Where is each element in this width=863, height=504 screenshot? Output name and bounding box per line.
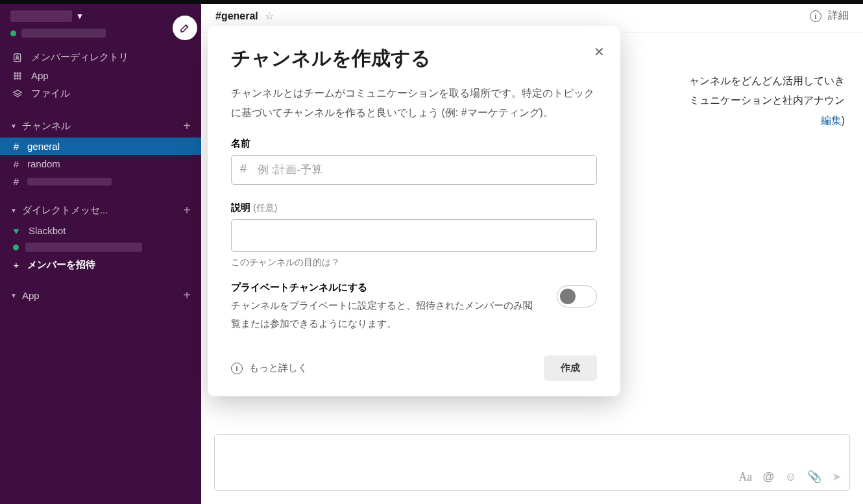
close-icon[interactable]: ✕ [594, 44, 605, 60]
desc-optional: (任意) [253, 202, 277, 213]
info-icon: i [231, 363, 243, 374]
name-input-wrap: # [231, 155, 597, 185]
modal-description: チャンネルとはチームがコミュニケーションを取る場所です。特定のトピックに基づいて… [231, 84, 597, 123]
modal-title: チャンネルを作成する [231, 45, 597, 72]
desc-label: 説明 (任意) [231, 202, 597, 214]
learn-more-link[interactable]: i もっと詳しく [231, 362, 308, 374]
window-top-bar [0, 0, 863, 4]
learn-more-label: もっと詳しく [249, 362, 308, 374]
hash-icon: # [240, 162, 247, 176]
private-toggle[interactable] [557, 285, 597, 307]
channel-desc-input[interactable] [231, 219, 597, 252]
toggle-knob [560, 289, 576, 304]
create-channel-modal: ✕ チャンネルを作成する チャンネルとはチームがコミュニケーションを取る場所です… [208, 26, 620, 396]
desc-label-text: 説明 [231, 202, 250, 213]
private-text: プライベートチャンネルにする チャンネルをプライベートに設定すると、招待されたメ… [231, 282, 541, 333]
private-sub: チャンネルをプライベートに設定すると、招待されたメンバーのみ閲覧または参加できる… [231, 296, 541, 333]
desc-helper: このチャンネルの目的は？ [231, 257, 597, 269]
private-row: プライベートチャンネルにする チャンネルをプライベートに設定すると、招待されたメ… [231, 282, 597, 333]
modal-footer: i もっと詳しく 作成 [231, 355, 597, 381]
name-label: 名前 [231, 138, 597, 150]
private-title: プライベートチャンネルにする [231, 282, 541, 294]
create-button[interactable]: 作成 [544, 355, 597, 381]
channel-name-input[interactable] [231, 155, 597, 185]
